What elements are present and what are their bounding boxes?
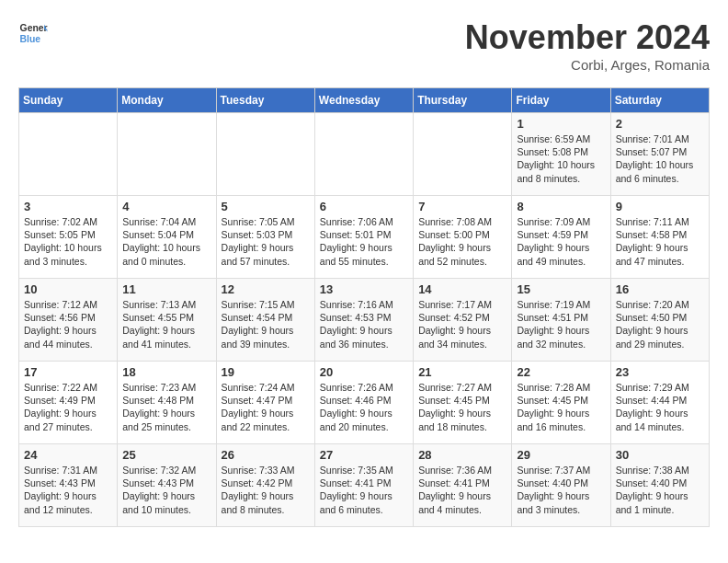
- calendar-cell: [216, 113, 314, 196]
- day-number: 3: [24, 200, 112, 213]
- day-info: Sunset: 4:43 PM: [24, 477, 112, 489]
- day-info: Daylight: 9 hours and 14 minutes.: [616, 407, 704, 432]
- day-number: 24: [24, 448, 112, 462]
- day-number: 16: [616, 282, 704, 296]
- calendar-cell: [19, 113, 118, 196]
- day-info: Sunset: 4:48 PM: [122, 394, 210, 407]
- day-info: Daylight: 9 hours and 8 minutes.: [222, 489, 310, 515]
- calendar-cell: [314, 113, 413, 196]
- day-info: Daylight: 9 hours and 34 minutes.: [418, 324, 506, 350]
- day-number: 8: [517, 200, 605, 213]
- day-info: Sunset: 4:56 PM: [24, 311, 112, 324]
- day-number: 2: [616, 117, 704, 131]
- title-block: November 2024 Corbi, Arges, Romania: [465, 18, 710, 73]
- calendar-cell: 24Sunrise: 7:31 AMSunset: 4:43 PMDayligh…: [19, 444, 118, 527]
- day-info: Daylight: 9 hours and 16 minutes.: [517, 407, 605, 432]
- day-info: Sunrise: 7:17 AM: [418, 298, 506, 311]
- day-number: 18: [122, 365, 210, 379]
- day-info: Daylight: 10 hours and 3 minutes.: [24, 241, 112, 267]
- day-info: Sunrise: 7:38 AM: [616, 464, 704, 477]
- calendar-cell: 4Sunrise: 7:04 AMSunset: 5:04 PMDaylight…: [118, 196, 216, 279]
- day-info: Sunrise: 7:15 AM: [222, 298, 310, 311]
- calendar-cell: 12Sunrise: 7:15 AMSunset: 4:54 PMDayligh…: [216, 279, 314, 362]
- day-info: Daylight: 9 hours and 4 minutes.: [418, 489, 506, 515]
- calendar-cell: 19Sunrise: 7:24 AMSunset: 4:47 PMDayligh…: [216, 362, 314, 444]
- day-info: Daylight: 9 hours and 29 minutes.: [616, 324, 704, 350]
- day-info: Sunset: 4:53 PM: [320, 311, 408, 324]
- day-info: Sunrise: 7:36 AM: [418, 464, 506, 477]
- day-info: Sunset: 5:05 PM: [24, 228, 112, 241]
- day-number: 17: [24, 365, 112, 379]
- day-info: Sunrise: 7:28 AM: [517, 381, 605, 394]
- day-info: Sunrise: 7:16 AM: [320, 298, 408, 311]
- day-number: 10: [24, 282, 112, 296]
- month-title: November 2024: [465, 18, 710, 57]
- day-info: Sunrise: 7:20 AM: [616, 298, 704, 311]
- weekday-header: Friday: [512, 88, 610, 113]
- calendar-cell: 11Sunrise: 7:13 AMSunset: 4:55 PMDayligh…: [118, 279, 216, 362]
- calendar-cell: 3Sunrise: 7:02 AMSunset: 5:05 PMDaylight…: [19, 196, 118, 279]
- day-info: Daylight: 9 hours and 36 minutes.: [320, 324, 408, 350]
- day-info: Sunset: 4:55 PM: [122, 311, 210, 324]
- day-info: Sunset: 4:52 PM: [418, 311, 506, 324]
- day-info: Sunrise: 7:27 AM: [418, 381, 506, 394]
- day-info: Daylight: 9 hours and 12 minutes.: [24, 489, 112, 515]
- svg-text:Blue: Blue: [20, 34, 41, 44]
- day-info: Daylight: 9 hours and 47 minutes.: [616, 241, 704, 267]
- day-info: Daylight: 9 hours and 49 minutes.: [517, 241, 605, 267]
- day-number: 26: [222, 448, 310, 462]
- day-info: Sunrise: 7:31 AM: [24, 464, 112, 477]
- svg-text:General: General: [20, 23, 48, 33]
- calendar-cell: 15Sunrise: 7:19 AMSunset: 4:51 PMDayligh…: [512, 279, 610, 362]
- day-info: Sunset: 4:40 PM: [616, 477, 704, 489]
- day-info: Sunrise: 7:23 AM: [122, 381, 210, 394]
- day-number: 21: [418, 365, 506, 379]
- calendar-body: 1Sunrise: 6:59 AMSunset: 5:08 PMDaylight…: [19, 113, 710, 527]
- calendar-cell: 5Sunrise: 7:05 AMSunset: 5:03 PMDaylight…: [216, 196, 314, 279]
- day-info: Daylight: 9 hours and 57 minutes.: [222, 241, 310, 267]
- day-info: Sunrise: 7:37 AM: [517, 464, 605, 477]
- day-number: 22: [517, 365, 605, 379]
- calendar-week-row: 1Sunrise: 6:59 AMSunset: 5:08 PMDaylight…: [19, 113, 710, 196]
- calendar-cell: [118, 113, 216, 196]
- calendar-cell: 17Sunrise: 7:22 AMSunset: 4:49 PMDayligh…: [19, 362, 118, 444]
- calendar-cell: 29Sunrise: 7:37 AMSunset: 4:40 PMDayligh…: [512, 444, 610, 527]
- day-info: Sunset: 4:42 PM: [222, 477, 310, 489]
- day-info: Sunset: 4:58 PM: [616, 228, 704, 241]
- page-header: General Blue November 2024 Corbi, Arges,…: [18, 18, 710, 73]
- location: Corbi, Arges, Romania: [465, 57, 710, 73]
- calendar-cell: 28Sunrise: 7:36 AMSunset: 4:41 PMDayligh…: [414, 444, 512, 527]
- calendar-cell: 7Sunrise: 7:08 AMSunset: 5:00 PMDaylight…: [414, 196, 512, 279]
- day-info: Sunset: 5:03 PM: [222, 228, 310, 241]
- calendar-cell: 1Sunrise: 6:59 AMSunset: 5:08 PMDaylight…: [512, 113, 610, 196]
- weekday-header: Thursday: [414, 88, 512, 113]
- calendar-week-row: 17Sunrise: 7:22 AMSunset: 4:49 PMDayligh…: [19, 362, 710, 444]
- calendar-cell: [414, 113, 512, 196]
- day-info: Sunset: 4:50 PM: [616, 311, 704, 324]
- day-number: 14: [418, 282, 506, 296]
- day-info: Sunset: 4:43 PM: [122, 477, 210, 489]
- day-number: 29: [517, 448, 605, 462]
- day-info: Sunrise: 7:02 AM: [24, 215, 112, 228]
- day-info: Daylight: 10 hours and 6 minutes.: [616, 158, 704, 184]
- calendar-cell: 6Sunrise: 7:06 AMSunset: 5:01 PMDaylight…: [314, 196, 413, 279]
- day-info: Sunrise: 6:59 AM: [517, 132, 605, 145]
- day-info: Sunrise: 7:05 AM: [222, 215, 310, 228]
- calendar-cell: 2Sunrise: 7:01 AMSunset: 5:07 PMDaylight…: [610, 113, 709, 196]
- day-info: Sunrise: 7:33 AM: [222, 464, 310, 477]
- calendar-cell: 13Sunrise: 7:16 AMSunset: 4:53 PMDayligh…: [314, 279, 413, 362]
- calendar-cell: 25Sunrise: 7:32 AMSunset: 4:43 PMDayligh…: [118, 444, 216, 527]
- day-info: Sunset: 4:44 PM: [616, 394, 704, 407]
- day-info: Sunrise: 7:12 AM: [24, 298, 112, 311]
- calendar-cell: 14Sunrise: 7:17 AMSunset: 4:52 PMDayligh…: [414, 279, 512, 362]
- day-info: Daylight: 9 hours and 55 minutes.: [320, 241, 408, 267]
- calendar-cell: 27Sunrise: 7:35 AMSunset: 4:41 PMDayligh…: [314, 444, 413, 527]
- day-number: 4: [122, 200, 210, 213]
- day-info: Daylight: 9 hours and 3 minutes.: [517, 489, 605, 515]
- day-info: Sunset: 4:45 PM: [418, 394, 506, 407]
- day-info: Sunset: 4:46 PM: [320, 394, 408, 407]
- calendar-table: SundayMondayTuesdayWednesdayThursdayFrid…: [18, 87, 710, 527]
- day-info: Daylight: 9 hours and 52 minutes.: [418, 241, 506, 267]
- day-number: 25: [122, 448, 210, 462]
- calendar-cell: 10Sunrise: 7:12 AMSunset: 4:56 PMDayligh…: [19, 279, 118, 362]
